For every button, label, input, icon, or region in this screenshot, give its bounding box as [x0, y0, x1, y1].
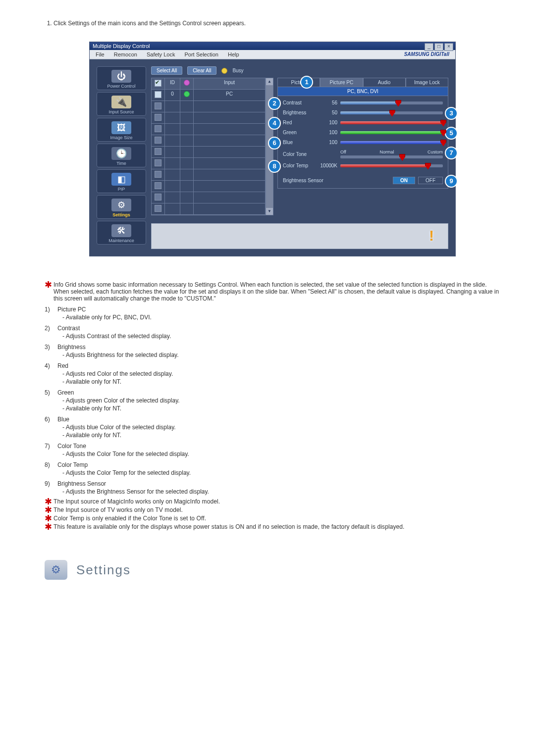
- warning-icon: !: [424, 227, 439, 245]
- sidebar-item-input-source[interactable]: 🔌Input Source: [97, 92, 146, 116]
- slider-track[interactable]: [340, 101, 443, 104]
- table-row[interactable]: [152, 147, 266, 158]
- row-checkbox[interactable]: [155, 194, 161, 201]
- sidebar-item-label: Maintenance: [98, 238, 145, 243]
- callout-6: 6: [268, 137, 281, 150]
- slider-value: 56: [318, 100, 340, 105]
- callout-8: 8: [268, 160, 281, 173]
- header-checkbox[interactable]: [155, 80, 161, 87]
- star-icon: ✱: [45, 515, 54, 522]
- menu-help[interactable]: Help: [224, 51, 243, 58]
- item-number: 4): [45, 362, 57, 369]
- sidebar-item-label: Settings: [98, 212, 145, 217]
- scroll-down-icon[interactable]: ▼: [266, 208, 273, 215]
- tab-picture[interactable]: Picture: [277, 78, 320, 87]
- item-title: Picture PC: [57, 306, 86, 313]
- item-title: Color Tone: [57, 443, 86, 450]
- select-all-button[interactable]: Select All: [151, 66, 182, 75]
- slider-blue[interactable]: 6Blue100: [283, 140, 443, 145]
- menu-file[interactable]: File: [92, 51, 108, 58]
- sidebar-item-label: Power Control: [98, 84, 145, 89]
- col-id: ID: [165, 78, 180, 90]
- row-checkbox[interactable]: [155, 91, 161, 98]
- sidebar-item-maintenance[interactable]: 🛠Maintenance: [97, 221, 146, 245]
- table-row[interactable]: [152, 203, 266, 215]
- brightness-sensor-off[interactable]: OFF: [418, 177, 443, 184]
- slider-track[interactable]: [340, 121, 443, 124]
- row-checkbox[interactable]: [155, 137, 161, 144]
- brightness-sensor-row: Brightness SensorONOFF9: [283, 177, 443, 184]
- slider-label: Contrast: [283, 100, 318, 105]
- status-panel: !: [151, 223, 448, 249]
- item-number: 2): [45, 325, 57, 332]
- slider-track[interactable]: [340, 141, 443, 144]
- sidebar-item-image-size[interactable]: 🖼Image Size: [97, 118, 146, 142]
- row-checkbox[interactable]: [155, 159, 161, 166]
- slider-red[interactable]: 4Red100: [283, 120, 443, 125]
- clear-all-button[interactable]: Clear All: [187, 66, 216, 75]
- close-icon[interactable]: ×: [444, 43, 453, 51]
- table-row[interactable]: [152, 112, 266, 124]
- row-checkbox[interactable]: [155, 182, 161, 189]
- row-checkbox[interactable]: [155, 102, 161, 109]
- row-checkbox[interactable]: [155, 205, 161, 212]
- item-number: 5): [45, 389, 57, 396]
- item-sub: - Adjusts Contrast of the selected displ…: [62, 333, 500, 340]
- slider-brightness[interactable]: 3Brightness50: [283, 110, 443, 115]
- table-row[interactable]: [152, 124, 266, 135]
- table-row[interactable]: [152, 135, 266, 147]
- slider-contrast[interactable]: 2Contrast56: [283, 100, 443, 105]
- row-checkbox[interactable]: [155, 171, 161, 178]
- sidebar-item-power-control[interactable]: ⏻Power Control: [97, 66, 146, 90]
- sidebar-item-label: Image Size: [98, 135, 145, 140]
- slider-track[interactable]: [340, 111, 443, 114]
- menu-safety-lock[interactable]: Safety Lock: [143, 51, 179, 58]
- brightness-sensor-on[interactable]: ON: [393, 177, 415, 184]
- table-row[interactable]: 0PC: [152, 90, 266, 101]
- menu-port-selection[interactable]: Port Selection: [180, 51, 222, 58]
- minimize-icon[interactable]: _: [425, 43, 433, 51]
- tab-picture-pc[interactable]: Picture PC: [320, 78, 363, 87]
- time-icon: 🕒: [111, 147, 131, 160]
- maintenance-icon: 🛠: [111, 224, 131, 237]
- slider-green[interactable]: 5Green100: [283, 130, 443, 135]
- row-checkbox[interactable]: [155, 148, 161, 155]
- scroll-up-icon[interactable]: ▲: [266, 78, 273, 85]
- star-icon: ✱: [45, 498, 54, 505]
- table-row[interactable]: [152, 181, 266, 192]
- slider-label: Brightness: [283, 110, 318, 115]
- menu-remocon[interactable]: Remocon: [110, 51, 141, 58]
- maximize-icon[interactable]: □: [434, 43, 443, 51]
- note-intro: Info Grid shows some basic information n…: [54, 281, 500, 302]
- table-row[interactable]: [152, 192, 266, 203]
- item-title: Color Temp: [57, 461, 88, 468]
- row-checkbox[interactable]: [155, 114, 161, 121]
- item-number: 8): [45, 461, 57, 468]
- tab-audio[interactable]: Audio: [363, 78, 406, 87]
- item-sub: - Adjusts blue Color of the selected dis…: [62, 424, 500, 431]
- sidebar-item-label: Input Source: [98, 109, 145, 114]
- callout-1: 1: [300, 76, 313, 89]
- color-temp-row[interactable]: 8Color Temp10000K: [283, 163, 443, 168]
- star-icon: ✱: [45, 281, 54, 302]
- callout-4: 4: [268, 117, 281, 130]
- slider-value: 100: [318, 130, 340, 135]
- row-checkbox[interactable]: [155, 125, 161, 132]
- sidebar-item-time[interactable]: 🕒Time: [97, 144, 146, 167]
- image-size-icon: 🖼: [111, 121, 131, 134]
- sidebar-item-settings[interactable]: ⚙Settings: [97, 195, 146, 219]
- item-sub: - Available only for PC, BNC, DVI.: [62, 314, 500, 321]
- item-sub: - Adjusts the Brightness Sensor for the …: [62, 488, 500, 495]
- sidebar-item-pip[interactable]: ◧PIP: [97, 169, 146, 193]
- table-row[interactable]: [152, 169, 266, 181]
- slider-track[interactable]: [340, 131, 443, 134]
- busy-label: Busy: [232, 68, 243, 73]
- color-tone-slider[interactable]: [340, 155, 443, 158]
- color-temp-slider[interactable]: [340, 164, 443, 167]
- item-sub: - Adjusts green Color of the selected di…: [62, 397, 500, 404]
- tab-image-lock[interactable]: Image Lock: [406, 78, 448, 87]
- slider-label: Green: [283, 130, 318, 135]
- table-row[interactable]: [152, 101, 266, 112]
- table-row[interactable]: [152, 158, 266, 169]
- sidebar-item-label: Time: [98, 161, 145, 166]
